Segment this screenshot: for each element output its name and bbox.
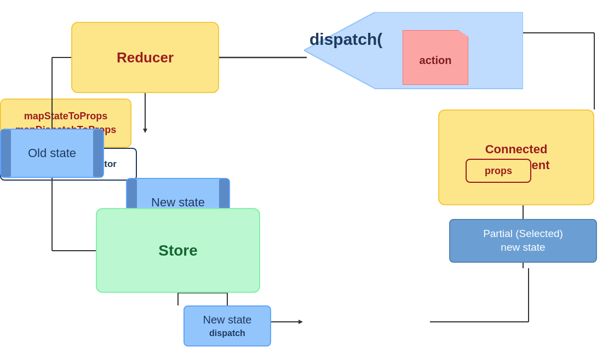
svg-marker-5	[143, 129, 147, 133]
store-box: Store	[96, 208, 260, 293]
action-label: action	[420, 54, 452, 67]
props-label: props	[485, 165, 512, 177]
svg-marker-16	[299, 320, 303, 324]
old-state-box: Old state	[0, 129, 104, 178]
diagram: dispatch( ) action Reducer Old state New…	[0, 0, 614, 364]
new-state-bottom-label: New state	[203, 314, 252, 326]
reducer-box: Reducer	[71, 22, 219, 93]
mapstate-line1: mapStateToProps	[15, 109, 117, 123]
dispatch-open-label: dispatch(	[309, 30, 382, 48]
partial-state-box: Partial (Selected) new state	[449, 219, 597, 263]
partial-state-label: Partial (Selected) new state	[483, 227, 563, 254]
new-state-bottom-box: New state dispatch	[183, 305, 271, 346]
connected-component-box: Connected Component	[438, 109, 594, 205]
action-note: action	[403, 30, 468, 85]
new-state-dispatch-label: dispatch	[209, 328, 245, 338]
reducer-label: Reducer	[117, 49, 174, 66]
old-state-label: Old state	[28, 146, 76, 160]
props-box: props	[466, 159, 531, 183]
store-label: Store	[158, 242, 198, 259]
